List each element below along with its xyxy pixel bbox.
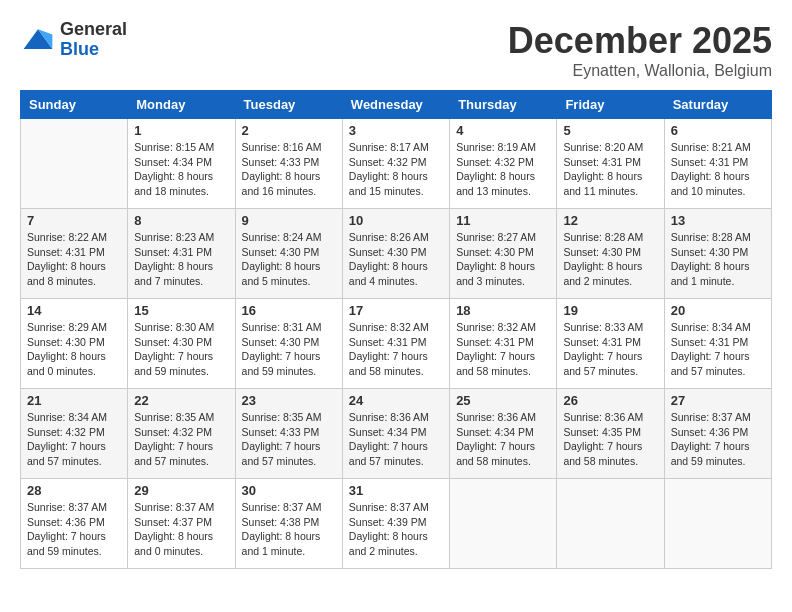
day-info: Sunrise: 8:28 AMSunset: 4:30 PMDaylight:… <box>563 230 657 289</box>
calendar-day: 12Sunrise: 8:28 AMSunset: 4:30 PMDayligh… <box>557 209 664 299</box>
day-number: 15 <box>134 303 228 318</box>
title-block: December 2025 Eynatten, Wallonia, Belgiu… <box>508 20 772 80</box>
day-number: 6 <box>671 123 765 138</box>
day-number: 12 <box>563 213 657 228</box>
calendar-day: 23Sunrise: 8:35 AMSunset: 4:33 PMDayligh… <box>235 389 342 479</box>
day-info: Sunrise: 8:27 AMSunset: 4:30 PMDaylight:… <box>456 230 550 289</box>
calendar-day: 13Sunrise: 8:28 AMSunset: 4:30 PMDayligh… <box>664 209 771 299</box>
day-number: 2 <box>242 123 336 138</box>
day-number: 20 <box>671 303 765 318</box>
day-info: Sunrise: 8:31 AMSunset: 4:30 PMDaylight:… <box>242 320 336 379</box>
day-number: 28 <box>27 483 121 498</box>
day-info: Sunrise: 8:35 AMSunset: 4:32 PMDaylight:… <box>134 410 228 469</box>
day-number: 1 <box>134 123 228 138</box>
calendar-day: 3Sunrise: 8:17 AMSunset: 4:32 PMDaylight… <box>342 119 449 209</box>
calendar-day: 8Sunrise: 8:23 AMSunset: 4:31 PMDaylight… <box>128 209 235 299</box>
day-number: 21 <box>27 393 121 408</box>
logo-blue: Blue <box>60 40 127 60</box>
day-number: 26 <box>563 393 657 408</box>
calendar-day: 20Sunrise: 8:34 AMSunset: 4:31 PMDayligh… <box>664 299 771 389</box>
calendar-day: 24Sunrise: 8:36 AMSunset: 4:34 PMDayligh… <box>342 389 449 479</box>
day-info: Sunrise: 8:36 AMSunset: 4:34 PMDaylight:… <box>456 410 550 469</box>
calendar-day: 26Sunrise: 8:36 AMSunset: 4:35 PMDayligh… <box>557 389 664 479</box>
day-number: 18 <box>456 303 550 318</box>
logo-general: General <box>60 20 127 40</box>
day-number: 11 <box>456 213 550 228</box>
calendar-header: SundayMondayTuesdayWednesdayThursdayFrid… <box>21 91 772 119</box>
day-number: 9 <box>242 213 336 228</box>
day-number: 22 <box>134 393 228 408</box>
calendar-day: 7Sunrise: 8:22 AMSunset: 4:31 PMDaylight… <box>21 209 128 299</box>
day-number: 25 <box>456 393 550 408</box>
month-title: December 2025 <box>508 20 772 62</box>
day-info: Sunrise: 8:32 AMSunset: 4:31 PMDaylight:… <box>349 320 443 379</box>
day-of-week-header: Wednesday <box>342 91 449 119</box>
day-info: Sunrise: 8:37 AMSunset: 4:36 PMDaylight:… <box>27 500 121 559</box>
day-number: 19 <box>563 303 657 318</box>
calendar-day: 2Sunrise: 8:16 AMSunset: 4:33 PMDaylight… <box>235 119 342 209</box>
day-number: 14 <box>27 303 121 318</box>
calendar-day: 19Sunrise: 8:33 AMSunset: 4:31 PMDayligh… <box>557 299 664 389</box>
day-info: Sunrise: 8:22 AMSunset: 4:31 PMDaylight:… <box>27 230 121 289</box>
calendar-day: 21Sunrise: 8:34 AMSunset: 4:32 PMDayligh… <box>21 389 128 479</box>
day-number: 31 <box>349 483 443 498</box>
calendar-day <box>664 479 771 569</box>
day-info: Sunrise: 8:20 AMSunset: 4:31 PMDaylight:… <box>563 140 657 199</box>
day-info: Sunrise: 8:17 AMSunset: 4:32 PMDaylight:… <box>349 140 443 199</box>
day-of-week-header: Tuesday <box>235 91 342 119</box>
day-info: Sunrise: 8:23 AMSunset: 4:31 PMDaylight:… <box>134 230 228 289</box>
day-number: 23 <box>242 393 336 408</box>
page-header: General Blue December 2025 Eynatten, Wal… <box>20 20 772 80</box>
day-number: 3 <box>349 123 443 138</box>
day-info: Sunrise: 8:34 AMSunset: 4:31 PMDaylight:… <box>671 320 765 379</box>
calendar-table: SundayMondayTuesdayWednesdayThursdayFrid… <box>20 90 772 569</box>
calendar-day: 18Sunrise: 8:32 AMSunset: 4:31 PMDayligh… <box>450 299 557 389</box>
calendar-day: 15Sunrise: 8:30 AMSunset: 4:30 PMDayligh… <box>128 299 235 389</box>
calendar-day: 31Sunrise: 8:37 AMSunset: 4:39 PMDayligh… <box>342 479 449 569</box>
calendar-day: 29Sunrise: 8:37 AMSunset: 4:37 PMDayligh… <box>128 479 235 569</box>
day-info: Sunrise: 8:26 AMSunset: 4:30 PMDaylight:… <box>349 230 443 289</box>
calendar-day: 22Sunrise: 8:35 AMSunset: 4:32 PMDayligh… <box>128 389 235 479</box>
day-number: 5 <box>563 123 657 138</box>
day-info: Sunrise: 8:16 AMSunset: 4:33 PMDaylight:… <box>242 140 336 199</box>
day-of-week-header: Thursday <box>450 91 557 119</box>
day-number: 17 <box>349 303 443 318</box>
calendar-day: 28Sunrise: 8:37 AMSunset: 4:36 PMDayligh… <box>21 479 128 569</box>
day-info: Sunrise: 8:21 AMSunset: 4:31 PMDaylight:… <box>671 140 765 199</box>
day-number: 4 <box>456 123 550 138</box>
day-number: 13 <box>671 213 765 228</box>
day-info: Sunrise: 8:35 AMSunset: 4:33 PMDaylight:… <box>242 410 336 469</box>
calendar-day: 30Sunrise: 8:37 AMSunset: 4:38 PMDayligh… <box>235 479 342 569</box>
calendar-day: 17Sunrise: 8:32 AMSunset: 4:31 PMDayligh… <box>342 299 449 389</box>
day-info: Sunrise: 8:36 AMSunset: 4:35 PMDaylight:… <box>563 410 657 469</box>
day-info: Sunrise: 8:24 AMSunset: 4:30 PMDaylight:… <box>242 230 336 289</box>
day-number: 8 <box>134 213 228 228</box>
calendar-day: 4Sunrise: 8:19 AMSunset: 4:32 PMDaylight… <box>450 119 557 209</box>
day-info: Sunrise: 8:15 AMSunset: 4:34 PMDaylight:… <box>134 140 228 199</box>
calendar-day: 14Sunrise: 8:29 AMSunset: 4:30 PMDayligh… <box>21 299 128 389</box>
calendar-day: 16Sunrise: 8:31 AMSunset: 4:30 PMDayligh… <box>235 299 342 389</box>
calendar-day: 11Sunrise: 8:27 AMSunset: 4:30 PMDayligh… <box>450 209 557 299</box>
day-of-week-header: Saturday <box>664 91 771 119</box>
calendar-day <box>450 479 557 569</box>
day-info: Sunrise: 8:37 AMSunset: 4:39 PMDaylight:… <box>349 500 443 559</box>
day-number: 16 <box>242 303 336 318</box>
logo-icon <box>20 22 56 58</box>
calendar-day: 1Sunrise: 8:15 AMSunset: 4:34 PMDaylight… <box>128 119 235 209</box>
day-of-week-header: Monday <box>128 91 235 119</box>
day-number: 7 <box>27 213 121 228</box>
day-info: Sunrise: 8:29 AMSunset: 4:30 PMDaylight:… <box>27 320 121 379</box>
day-number: 30 <box>242 483 336 498</box>
calendar-day <box>557 479 664 569</box>
day-info: Sunrise: 8:37 AMSunset: 4:36 PMDaylight:… <box>671 410 765 469</box>
day-info: Sunrise: 8:28 AMSunset: 4:30 PMDaylight:… <box>671 230 765 289</box>
day-info: Sunrise: 8:19 AMSunset: 4:32 PMDaylight:… <box>456 140 550 199</box>
calendar-day: 9Sunrise: 8:24 AMSunset: 4:30 PMDaylight… <box>235 209 342 299</box>
day-info: Sunrise: 8:33 AMSunset: 4:31 PMDaylight:… <box>563 320 657 379</box>
day-number: 27 <box>671 393 765 408</box>
day-info: Sunrise: 8:37 AMSunset: 4:38 PMDaylight:… <box>242 500 336 559</box>
day-number: 10 <box>349 213 443 228</box>
day-number: 29 <box>134 483 228 498</box>
calendar-day: 25Sunrise: 8:36 AMSunset: 4:34 PMDayligh… <box>450 389 557 479</box>
calendar-day: 6Sunrise: 8:21 AMSunset: 4:31 PMDaylight… <box>664 119 771 209</box>
